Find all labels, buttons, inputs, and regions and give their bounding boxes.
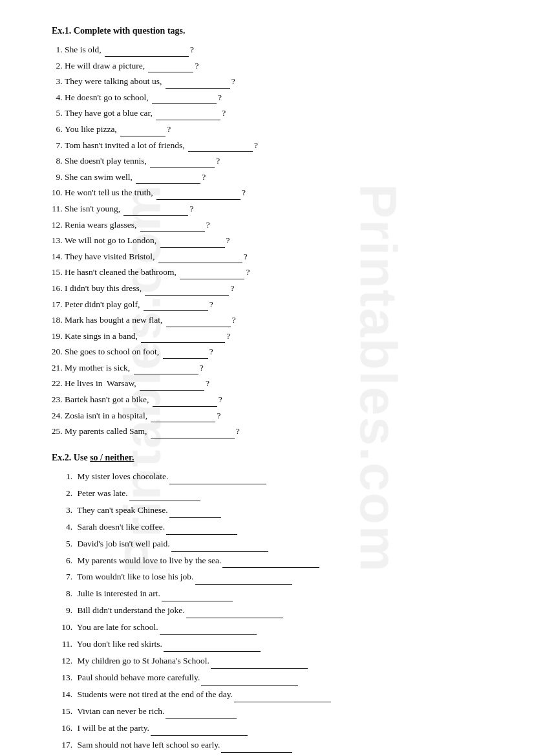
ex2-title: Ex.2. Use so / neither. xyxy=(52,453,495,463)
list-item: Peter didn't play golf, ? xyxy=(65,297,495,312)
list-item: 17. Sam should not have left school so e… xyxy=(58,738,495,753)
blank-17[interactable] xyxy=(144,302,208,311)
blank2-14[interactable] xyxy=(234,693,331,702)
blank-15[interactable] xyxy=(180,270,244,279)
exercise-2: Ex.2. Use so / neither. 1. My sister lov… xyxy=(52,453,495,756)
list-item: She is old, ? xyxy=(65,43,495,57)
blank-18[interactable] xyxy=(166,318,231,327)
list-item: My mother is sick, ? xyxy=(65,361,495,375)
list-item: Tom hasn't invited a lot of friends, ? xyxy=(65,138,495,153)
blank-13[interactable] xyxy=(160,239,225,248)
list-item: They have got a blue car, ? xyxy=(65,106,495,120)
blank2-13[interactable] xyxy=(201,676,298,686)
list-item: You like pizza, ? xyxy=(65,122,495,136)
blank-5[interactable] xyxy=(156,111,220,120)
list-item: My parents called Sam, ? xyxy=(65,424,495,438)
blank-8[interactable] xyxy=(150,159,215,168)
list-item: She doesn't play tennis, ? xyxy=(65,154,495,168)
exercise-1: Ex.1. Complete with question tags. She i… xyxy=(52,26,495,438)
blank2-3[interactable] xyxy=(169,509,221,518)
list-item: 11. You don't like red skirts. xyxy=(58,637,495,652)
list-item: 1. My sister loves chocolate. xyxy=(58,470,495,484)
list-item: 9. Bill didn't understand the joke. xyxy=(58,603,495,618)
list-item: We will not go to London, ? xyxy=(65,233,495,248)
list-item: Kate sings in a band, ? xyxy=(65,329,495,343)
blank2-4[interactable] xyxy=(166,526,237,535)
blank-21[interactable] xyxy=(134,365,198,374)
blank2-17[interactable] xyxy=(221,744,292,753)
list-item: They were talking about us, ? xyxy=(65,74,495,89)
list-item: He won't tell us the truth, ? xyxy=(65,186,495,200)
blank2-15[interactable] xyxy=(166,710,237,719)
blank2-11[interactable] xyxy=(164,643,261,652)
list-item: They have visited Bristol, ? xyxy=(65,250,495,264)
blank-2[interactable] xyxy=(148,63,193,72)
ex1-list: She is old, ? He will draw a picture, ? … xyxy=(52,43,495,438)
blank-9[interactable] xyxy=(136,175,200,184)
list-item: 12. My children go to St Johana's School… xyxy=(58,654,495,669)
blank2-12[interactable] xyxy=(211,660,308,669)
list-item: Zosia isn't in a hospital, ? xyxy=(65,409,495,423)
ex1-title: Ex.1. Complete with question tags. xyxy=(52,26,495,36)
blank2-2[interactable] xyxy=(129,492,200,501)
blank2-1[interactable] xyxy=(169,475,266,484)
blank-14[interactable] xyxy=(158,254,242,263)
list-item: 3. They can't speak Chinese. xyxy=(58,503,495,518)
list-item: Renia wears glasses, ? xyxy=(65,218,495,232)
blank-20[interactable] xyxy=(163,350,208,359)
blank-10[interactable] xyxy=(156,191,240,200)
blank-7[interactable] xyxy=(188,143,253,152)
list-item: 15. Vivian can never be rich. xyxy=(58,704,495,719)
blank-24[interactable] xyxy=(151,413,215,422)
blank2-5[interactable] xyxy=(171,543,268,552)
list-item: She isn't young, ? xyxy=(65,202,495,216)
list-item: 16. I will be at the party. xyxy=(58,721,495,736)
blank-6[interactable] xyxy=(120,127,166,136)
list-item: 10. You are late for school. xyxy=(58,620,495,635)
list-item: He lives in Warsaw, ? xyxy=(65,376,495,391)
list-item: He will draw a picture, ? xyxy=(65,59,495,73)
blank-3[interactable] xyxy=(166,80,230,89)
blank2-9[interactable] xyxy=(186,609,283,618)
list-item: I didn't buy this dress, ? xyxy=(65,281,495,296)
blank-11[interactable] xyxy=(123,207,188,216)
blank-25[interactable] xyxy=(151,429,235,438)
ex2-list: 1. My sister loves chocolate. 2. Peter w… xyxy=(52,470,495,756)
list-item: 4. Sarah doesn't like coffee. xyxy=(58,520,495,535)
list-item: 7. Tom wouldn't like to lose his job. xyxy=(58,570,495,585)
blank-1[interactable] xyxy=(105,48,189,57)
list-item: 5. David's job isn't well paid. xyxy=(58,537,495,552)
list-item: 6. My parents would love to live by the … xyxy=(58,554,495,568)
blank-12[interactable] xyxy=(140,222,205,232)
list-item: He doesn't go to school, ? xyxy=(65,91,495,105)
blank-16[interactable] xyxy=(145,286,229,296)
list-item: 8. Julie is interested in art. xyxy=(58,587,495,601)
list-item: Mark has bought a new flat, ? xyxy=(65,313,495,327)
blank-23[interactable] xyxy=(153,398,217,407)
blank-4[interactable] xyxy=(152,95,217,104)
list-item: 2. Peter was late. xyxy=(58,486,495,501)
list-item: 14. Students were not tired at the end o… xyxy=(58,687,495,702)
blank-19[interactable] xyxy=(141,334,225,343)
blank2-8[interactable] xyxy=(162,592,233,601)
list-item: He hasn't cleaned the bathroom, ? xyxy=(65,265,495,279)
blank2-10[interactable] xyxy=(160,626,257,635)
list-item: Bartek hasn't got a bike, ? xyxy=(65,393,495,407)
blank2-16[interactable] xyxy=(151,727,248,736)
list-item: 13. Paul should behave more carefully. xyxy=(58,671,495,686)
list-item: She goes to school on foot, ? xyxy=(65,345,495,359)
list-item: She can swim well, ? xyxy=(65,170,495,184)
blank-22[interactable] xyxy=(140,382,204,391)
blank2-6[interactable] xyxy=(222,559,319,568)
blank2-7[interactable] xyxy=(195,576,292,585)
